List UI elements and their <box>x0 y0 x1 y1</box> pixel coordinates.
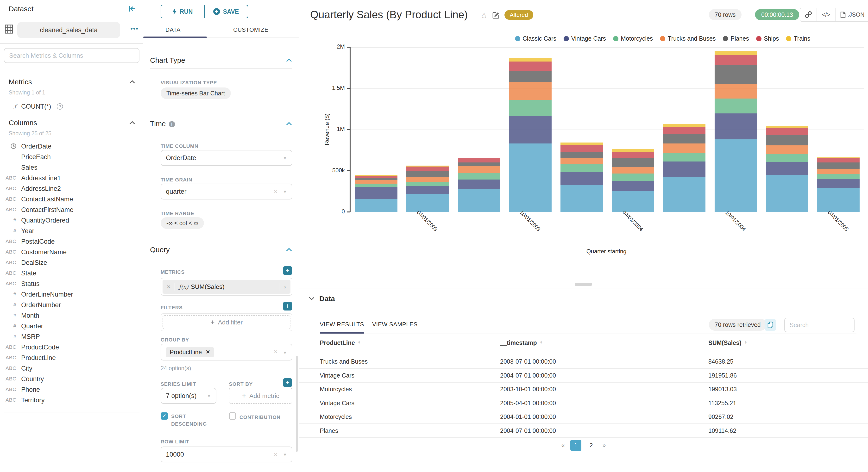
bar-segment[interactable] <box>355 178 398 180</box>
row-limit-select[interactable]: 10000 × ▼ <box>161 446 292 462</box>
bar-segment[interactable] <box>509 62 552 71</box>
bar-segment[interactable] <box>560 158 603 164</box>
copy-data-icon[interactable] <box>765 319 776 331</box>
add-filter-button[interactable]: + Add filter <box>162 315 290 329</box>
bar-segment[interactable] <box>817 179 860 188</box>
bar-segment[interactable] <box>715 139 757 212</box>
visualization-type-value[interactable]: Time-series Bar Chart <box>161 88 231 99</box>
time-range-value[interactable]: -∞ ≤ col < ∞ <box>161 217 204 229</box>
time-grain-select[interactable]: quarter × ▼ <box>161 184 292 199</box>
bar-segment[interactable] <box>560 145 603 152</box>
bar-segment[interactable] <box>612 167 654 174</box>
bar-segment[interactable] <box>509 82 552 100</box>
bar-segment[interactable] <box>612 149 654 152</box>
bar-segment[interactable] <box>612 191 654 212</box>
bar-segment[interactable] <box>458 166 500 173</box>
bar-segment[interactable] <box>663 134 706 143</box>
bar-segment[interactable] <box>560 152 603 158</box>
group-by-select[interactable]: ProductLine✕ × ▼ <box>161 344 292 360</box>
remove-metric-icon[interactable]: × <box>162 283 175 290</box>
column-item[interactable]: ABCPhone <box>0 385 143 396</box>
bar-segment[interactable] <box>766 154 808 162</box>
group-by-chip[interactable]: ProductLine✕ <box>166 347 214 357</box>
column-item[interactable]: #OrderNumber <box>0 301 143 311</box>
bar-segment[interactable] <box>663 124 706 127</box>
dataset-options-icon[interactable]: ••• <box>130 25 138 32</box>
column-item[interactable]: ABCProductLine <box>0 353 143 364</box>
bar-segment[interactable] <box>406 182 449 187</box>
save-button[interactable]: SAVE <box>204 5 248 18</box>
bar-segment[interactable] <box>509 144 552 212</box>
bar-segment[interactable] <box>406 166 449 171</box>
column-item[interactable]: #Quarter <box>0 321 143 332</box>
dataset-name[interactable]: cleaned_sales_data <box>17 22 120 38</box>
time-column-select[interactable]: OrderDate ▼ <box>161 150 292 166</box>
bar-segment[interactable] <box>560 172 603 185</box>
bar-segment[interactable] <box>715 98 757 114</box>
bar-segment[interactable] <box>406 171 449 177</box>
pagination-prev[interactable]: « <box>560 442 566 449</box>
metric-item[interactable]: ƒ COUNT(*) ? <box>0 102 143 113</box>
pagination-next[interactable]: » <box>601 442 607 449</box>
bar-segment[interactable] <box>560 164 603 172</box>
remove-chip-icon[interactable]: ✕ <box>206 349 210 355</box>
tab-view-results[interactable]: VIEW RESULTS <box>320 321 364 334</box>
bar-segment[interactable] <box>715 114 757 139</box>
column-item[interactable]: ABCPostalCode <box>0 237 143 248</box>
panel-resize-handle[interactable] <box>575 283 592 286</box>
bar-segment[interactable] <box>715 84 757 98</box>
sort-descending-checkbox[interactable]: ✓ <box>161 412 168 419</box>
tab-customize[interactable]: CUSTOMIZE <box>233 26 268 33</box>
bar-segment[interactable] <box>766 128 808 135</box>
column-item[interactable]: ABCAddressLine1 <box>0 174 143 184</box>
query-collapse-icon[interactable] <box>286 248 292 251</box>
column-item[interactable]: ABCProductCode <box>0 343 143 353</box>
column-item[interactable]: #Year <box>0 226 143 237</box>
bar-segment[interactable] <box>663 144 706 153</box>
bar-segment[interactable] <box>458 162 500 166</box>
add-filter-plus-icon[interactable]: + <box>283 302 292 311</box>
add-sort-metric-plus-icon[interactable]: + <box>283 378 292 387</box>
column-item[interactable]: ABCCity <box>0 364 143 374</box>
bar-segment[interactable] <box>766 135 808 146</box>
bar-segment[interactable] <box>355 199 398 212</box>
search-metrics-columns-input[interactable] <box>4 48 140 63</box>
bar-segment[interactable] <box>560 143 603 145</box>
scrollbar-thumb[interactable] <box>296 356 298 452</box>
results-search-input[interactable] <box>784 318 855 332</box>
add-metric-plus-icon[interactable]: + <box>283 266 292 275</box>
series-limit-select[interactable]: 7 option(s) ▼ <box>161 388 216 404</box>
bar-segment[interactable] <box>766 126 808 128</box>
bar-segment[interactable] <box>406 194 449 212</box>
bar-segment[interactable] <box>458 189 500 212</box>
bar-segment[interactable] <box>817 174 860 179</box>
metric-chip[interactable]: × ƒ(x)SUM(Sales) › <box>162 280 290 294</box>
column-item[interactable]: ABCStatus <box>0 279 143 290</box>
bar-segment[interactable] <box>612 158 654 167</box>
bar-segment[interactable] <box>612 174 654 181</box>
bar-segment[interactable] <box>817 162 860 168</box>
bar-segment[interactable] <box>715 51 757 55</box>
bar-segment[interactable] <box>406 177 449 182</box>
bar-segment[interactable] <box>663 161 706 177</box>
column-item[interactable]: ABCContactFirstName <box>0 205 143 216</box>
column-item[interactable]: ABCDealSize <box>0 258 143 269</box>
bar-segment[interactable] <box>612 181 654 191</box>
column-item[interactable]: ABCCustomerName <box>0 248 143 258</box>
column-item[interactable]: ABCAddressLine2 <box>0 184 143 195</box>
column-item[interactable]: #MSRP <box>0 332 143 343</box>
run-button[interactable]: RUN <box>161 5 204 18</box>
pagination-page[interactable]: 2 <box>586 440 597 451</box>
column-item[interactable]: Sales <box>0 163 143 174</box>
collapse-sidebar-icon[interactable] <box>128 5 136 12</box>
column-item[interactable]: #OrderLineNumber <box>0 290 143 301</box>
bar-segment[interactable] <box>817 158 860 163</box>
bar-segment[interactable] <box>817 169 860 174</box>
clear-icon[interactable]: × <box>274 348 277 355</box>
bar-segment[interactable] <box>355 176 398 178</box>
bar-segment[interactable] <box>766 175 808 212</box>
chevron-down-icon[interactable] <box>309 297 314 301</box>
metrics-collapse-icon[interactable] <box>129 80 135 84</box>
bar-segment[interactable] <box>715 55 757 65</box>
pagination-page[interactable]: 1 <box>570 440 581 451</box>
